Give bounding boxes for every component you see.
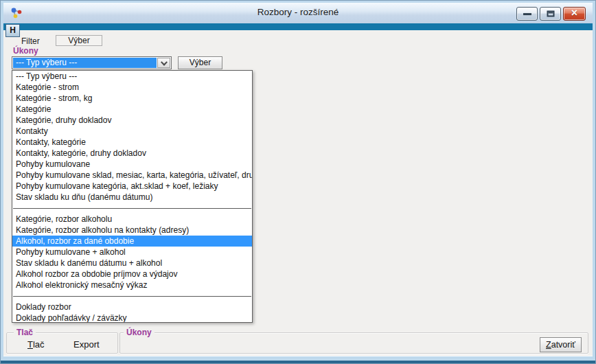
ukony-section-label: Úkony — [13, 46, 38, 56]
export-button[interactable]: Export — [73, 339, 100, 350]
client-area: Filter Výber Úkony --- Typ výberu --- Vý… — [3, 30, 593, 356]
window-title: Rozbory - rozšírené — [3, 7, 593, 17]
list-item[interactable]: Kontakty, kategórie, druhy dokladov — [12, 148, 252, 159]
list-item[interactable]: Pohyby kumulovane kategória, akt.sklad +… — [12, 181, 252, 192]
tlac-group-label: Tlač — [14, 328, 36, 337]
separator-line — [13, 208, 251, 209]
tlac-groupbox: Tlač Tlač Export — [6, 332, 118, 354]
close-icon: × — [564, 8, 585, 19]
restore-icon — [547, 11, 554, 17]
list-item[interactable]: Kategórie - strom — [12, 82, 252, 93]
type-dropdown-list: --- Typ výberu ---Kategórie - stromKateg… — [12, 70, 253, 323]
list-item[interactable]: --- Typ výberu --- — [12, 71, 252, 82]
list-item[interactable]: Stav skladu ku dňu (danému dátumu) — [12, 192, 252, 203]
titlebar: Rozbory - rozšírené × — [3, 3, 593, 23]
list-item[interactable]: Pohyby kumulovane sklad, mesiac, karta, … — [12, 170, 252, 181]
type-select-combobox[interactable]: --- Typ výberu --- — [12, 56, 172, 69]
list-item[interactable]: Alkohol, rozbor za dané obdobie — [12, 236, 252, 247]
ukony-group-label: Úkony — [124, 328, 154, 337]
combobox-dropdown-button[interactable] — [157, 58, 170, 68]
list-item[interactable]: Kategórie - strom, kg — [12, 93, 252, 104]
window-frame-bottom — [1, 361, 595, 363]
list-item[interactable]: Kontakty — [12, 126, 252, 137]
list-separator — [12, 203, 252, 214]
list-item[interactable]: Alkohol rozbor za obdobie príjmov a výda… — [12, 269, 252, 280]
minimize-icon — [523, 13, 531, 15]
chevron-down-icon — [161, 58, 168, 65]
list-item[interactable]: Kategórie, rozbor alkoholu na kontakty (… — [12, 225, 252, 236]
separator-line — [13, 296, 251, 297]
tlac-button[interactable]: Tlač — [27, 339, 45, 350]
list-item[interactable]: Pohyby kumulovane + alkohol — [12, 247, 252, 258]
window-controls: × — [514, 7, 586, 21]
list-separator — [12, 291, 252, 302]
list-item[interactable]: Kategórie, rozbor alkoholu — [12, 214, 252, 225]
vyber-button[interactable]: Výber — [178, 56, 222, 69]
list-item[interactable]: Doklady pohľadávky / záväzky — [12, 312, 252, 323]
list-item[interactable]: Alkohol elektronický mesačný výkaz — [12, 280, 252, 291]
ukony-groupbox: Úkony Zatvoriť — [119, 332, 588, 354]
list-item[interactable]: Kontakty, kategórie — [12, 137, 252, 148]
accent-strip — [3, 23, 593, 30]
list-item[interactable]: Pohyby kumulovane — [12, 159, 252, 170]
close-button[interactable]: × — [563, 7, 586, 21]
combobox-selected-value: --- Typ výberu --- — [13, 58, 157, 68]
tab-vyber[interactable]: Výber — [56, 35, 102, 46]
restore-button[interactable] — [540, 7, 561, 21]
tab-filter[interactable]: Filter — [21, 36, 40, 46]
h-tab-button[interactable]: H — [5, 24, 20, 37]
list-item[interactable]: Doklady rozbor — [12, 302, 252, 312]
app-window: Rozbory - rozšírené × H Filter Výber Úko… — [0, 0, 596, 364]
zatvorit-button[interactable]: Zatvoriť — [540, 337, 582, 352]
list-item[interactable]: Kategórie, druhy dokladov — [12, 115, 252, 126]
minimize-button[interactable] — [516, 7, 538, 21]
list-item[interactable]: Kategórie — [12, 104, 252, 115]
list-item[interactable]: Stav skladu k danému dátumu + alkohol — [12, 258, 252, 269]
